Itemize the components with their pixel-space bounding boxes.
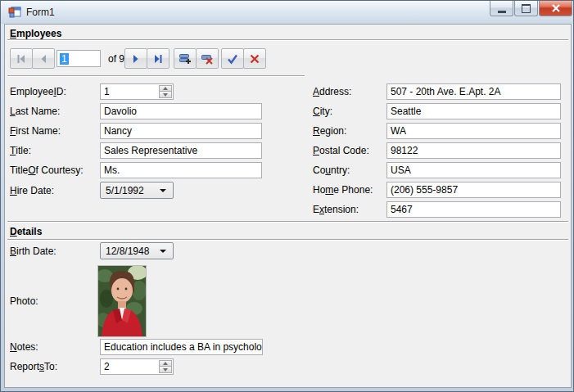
position-value: 1 (60, 53, 69, 65)
first-name-label: First Name: (10, 123, 61, 139)
address-input[interactable]: 507 - 20th Ave. E.Apt. 2A (386, 83, 561, 100)
employees-header-divider (7, 39, 568, 41)
spin-up-button[interactable] (159, 360, 172, 367)
reports-to-spin (159, 360, 172, 373)
hire-date-value: 5/1/1992 (106, 185, 144, 196)
navigator-move-first-group (10, 48, 54, 69)
title-bar[interactable]: Form1 (1, 1, 573, 24)
save-check-icon (226, 52, 239, 65)
employees-section-header: Employees (10, 27, 61, 40)
move-last-icon (152, 53, 164, 65)
reports-to-stepper[interactable]: 2 (100, 358, 174, 375)
move-first-button[interactable] (10, 48, 33, 69)
move-previous-icon (38, 53, 49, 65)
spin-down-button[interactable] (159, 92, 172, 98)
address-label: Address: (313, 83, 351, 100)
toolbar-divider (7, 75, 305, 77)
last-name-label: Last Name: (10, 103, 60, 119)
notes-input[interactable]: Education includes a BA in psycholog (100, 339, 263, 355)
application-icon (8, 6, 21, 19)
employee-id-label: Employee ID: (10, 83, 66, 100)
title-of-courtesy-label: Title Of Courtesy: (10, 162, 84, 178)
extension-input[interactable]: 5467 (386, 201, 561, 218)
delete-button[interactable] (196, 48, 219, 69)
cancel-button[interactable] (243, 48, 266, 69)
birth-date-picker[interactable]: 12/8/1948 (100, 242, 174, 259)
country-label: Country: (313, 162, 350, 178)
employee-id-spin (159, 85, 172, 98)
minimize-icon (498, 11, 506, 13)
form-window: Form1 Employees (0, 0, 574, 392)
hire-date-label: Hire Date: (10, 182, 54, 199)
reports-to-label: Reports To: (10, 358, 57, 375)
city-input[interactable]: Seattle (386, 103, 561, 119)
birth-date-label: Birth Date: (10, 243, 56, 259)
spin-up-button[interactable] (159, 85, 172, 92)
last-name-input[interactable]: Davolio (100, 103, 262, 119)
navigator-move-next-group (124, 48, 169, 69)
title-label: Title: (10, 142, 31, 159)
birth-date-value: 12/8/1948 (106, 246, 149, 257)
home-phone-label: Home Phone: (313, 182, 373, 198)
details-header-divider (7, 239, 568, 241)
window-title: Form1 (26, 7, 55, 18)
spin-down-icon (163, 368, 168, 372)
employee-photo (97, 265, 147, 337)
position-textbox[interactable]: 1 (56, 50, 101, 67)
birth-date-dropdown-icon (160, 250, 166, 253)
navigator-save-group (221, 48, 265, 69)
first-name-input[interactable]: Nancy (100, 123, 262, 139)
details-top-divider (7, 221, 568, 223)
spin-down-button[interactable] (159, 367, 172, 373)
add-new-icon (179, 52, 192, 65)
title-input[interactable]: Sales Representative (100, 142, 262, 159)
spin-down-icon (163, 93, 168, 97)
delete-icon (201, 52, 214, 65)
move-last-button[interactable] (147, 48, 169, 69)
region-label: Region: (313, 123, 346, 139)
employee-id-stepper[interactable]: 1 (100, 83, 174, 100)
record-count-label: of 9 (108, 50, 124, 67)
navigator-edit-group (174, 48, 218, 69)
postal-code-label: Postal Code: (313, 142, 369, 159)
details-section-header: Details (10, 225, 42, 238)
notes-label: Notes: (10, 339, 38, 355)
maximize-button[interactable] (514, 1, 538, 16)
city-label: City: (313, 103, 332, 119)
add-new-button[interactable] (174, 48, 197, 69)
maximize-icon (522, 4, 531, 13)
postal-code-input[interactable]: 98122 (386, 142, 561, 159)
region-input[interactable]: WA (386, 123, 561, 139)
form-client-area: Employees 1 of 9 (4, 24, 572, 388)
move-previous-button[interactable] (32, 48, 55, 69)
close-button[interactable] (539, 1, 572, 16)
close-icon (551, 4, 561, 12)
move-first-icon (16, 53, 27, 65)
extension-label: Extension: (313, 201, 359, 218)
country-input[interactable]: USA (386, 162, 561, 178)
home-phone-input[interactable]: (206) 555-9857 (386, 182, 561, 198)
save-button[interactable] (221, 48, 244, 69)
move-next-button[interactable] (124, 48, 147, 69)
hire-date-picker[interactable]: 5/1/1992 (100, 182, 174, 199)
reports-to-value: 2 (104, 361, 110, 372)
title-of-courtesy-input[interactable]: Ms. (100, 162, 262, 178)
spin-up-icon (163, 362, 168, 365)
hire-date-dropdown-icon (160, 189, 166, 192)
minimize-button[interactable] (490, 1, 513, 16)
move-next-icon (130, 53, 142, 65)
spin-up-icon (163, 87, 168, 90)
photo-label: Photo: (10, 293, 38, 309)
cancel-x-icon (248, 52, 261, 65)
employee-id-value: 1 (104, 86, 110, 97)
